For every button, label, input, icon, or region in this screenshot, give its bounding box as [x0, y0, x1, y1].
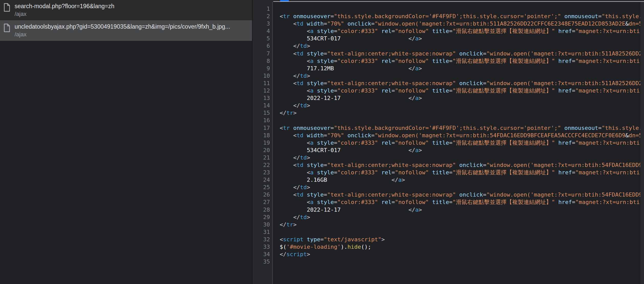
response-source-panel: 1234567891011121314151617181920212223242…	[253, 0, 644, 284]
code-line	[280, 5, 644, 13]
code-line: 2.16GB </a>	[280, 176, 644, 184]
code-line: </td>	[280, 102, 644, 109]
code-line: <td width="70%" onclick="window.open('ma…	[280, 132, 644, 139]
line-number-gutter: 1234567891011121314151617181920212223242…	[253, 2, 273, 284]
code-line: </td>	[280, 154, 644, 161]
code-line: $('#movie-loading').hide();	[280, 243, 644, 251]
line-number: 7	[253, 50, 270, 57]
line-number: 5	[253, 35, 270, 42]
code-line: <a style="color:#333" rel="nofollow" tit…	[280, 169, 644, 176]
tab-strip-remnant	[253, 0, 644, 2]
code-line: </tr>	[280, 109, 644, 117]
line-number: 13	[253, 94, 270, 102]
line-number: 11	[253, 79, 270, 87]
line-number: 17	[253, 124, 270, 132]
vertical-scrollbar[interactable]	[640, 2, 644, 284]
code-line	[280, 228, 644, 236]
line-number: 32	[253, 236, 270, 243]
line-number: 3	[253, 20, 270, 27]
line-number: 25	[253, 184, 270, 191]
response-editor: 1234567891011121314151617181920212223242…	[253, 2, 644, 284]
line-number: 18	[253, 132, 270, 139]
line-number: 21	[253, 154, 270, 161]
code-line: <tr onmouseover="this.style.backgroundCo…	[280, 124, 644, 132]
line-number: 24	[253, 176, 270, 184]
code-area[interactable]: <tr onmouseover="this.style.backgroundCo…	[273, 2, 644, 284]
code-line	[280, 258, 644, 265]
line-number: 29	[253, 213, 270, 221]
line-number: 9	[253, 65, 270, 72]
network-request-list-panel: search-modal.php?floor=196&lang=zh /ajax…	[0, 0, 253, 284]
code-line: 534CRT-017 </a>	[280, 35, 644, 42]
code-line: </td>	[280, 72, 644, 79]
code-line: <script type="text/javascript">	[280, 236, 644, 243]
active-tab-indicator	[280, 0, 289, 1]
line-number: 4	[253, 27, 270, 35]
code-line: <td style="text-align:center;white-space…	[280, 79, 644, 87]
line-number: 35	[253, 258, 270, 265]
code-line: <a style="color:#333" rel="nofollow" tit…	[280, 198, 644, 206]
line-number: 16	[253, 117, 270, 124]
line-number: 1	[253, 5, 270, 13]
request-path: /ajax	[15, 10, 249, 18]
request-row[interactable]: search-modal.php?floor=196&lang=zh /ajax	[0, 0, 252, 20]
line-number: 10	[253, 72, 270, 79]
devtools-window: search-modal.php?floor=196&lang=zh /ajax…	[0, 0, 644, 284]
code-line: </tr>	[280, 221, 644, 228]
code-line: </td>	[280, 184, 644, 191]
request-name: uncledatoolsbyajax.php?gid=53004919035&l…	[15, 22, 249, 31]
request-row[interactable]: uncledatoolsbyajax.php?gid=53004919035&l…	[0, 20, 252, 41]
code-line: </td>	[280, 213, 644, 221]
code-line: 717.12MB </a>	[280, 65, 644, 72]
line-number: 14	[253, 102, 270, 109]
code-line: <a style="color:#333" rel="nofollow" tit…	[280, 57, 644, 65]
line-number: 2	[253, 13, 270, 20]
line-number: 28	[253, 206, 270, 213]
line-number: 27	[253, 198, 270, 206]
request-name: search-modal.php?floor=196&lang=zh	[15, 2, 249, 10]
line-number: 31	[253, 228, 270, 236]
code-line: </script>	[280, 251, 644, 258]
code-line: <td style="text-align:center;white-space…	[280, 191, 644, 198]
line-number: 22	[253, 161, 270, 169]
code-line: <a style="color:#333" rel="nofollow" tit…	[280, 27, 644, 35]
code-line: <a style="color:#333" rel="nofollow" tit…	[280, 139, 644, 146]
code-line: </td>	[280, 42, 644, 50]
line-number: 26	[253, 191, 270, 198]
file-icon	[4, 22, 15, 41]
line-number: 15	[253, 109, 270, 117]
code-line	[280, 117, 644, 124]
file-icon	[4, 2, 15, 20]
line-number: 6	[253, 42, 270, 50]
code-line: 2022-12-17 </a>	[280, 206, 644, 213]
code-line: <td width="70%" onclick="window.open('ma…	[280, 20, 644, 27]
request-path: /ajax	[15, 31, 249, 38]
code-line: <a style="color:#333" rel="nofollow" tit…	[280, 87, 644, 94]
request-list: search-modal.php?floor=196&lang=zh /ajax…	[0, 0, 252, 41]
line-number: 33	[253, 243, 270, 251]
line-number: 19	[253, 139, 270, 146]
line-number: 30	[253, 221, 270, 228]
code-line: <td style="text-align:center;white-space…	[280, 161, 644, 169]
line-number: 20	[253, 146, 270, 154]
line-number: 12	[253, 87, 270, 94]
code-line: <td style="text-align:center;white-space…	[280, 50, 644, 57]
code-line: 2022-12-17 </a>	[280, 94, 644, 102]
line-number: 23	[253, 169, 270, 176]
line-number: 34	[253, 251, 270, 258]
code-line: <tr onmouseover="this.style.backgroundCo…	[280, 13, 644, 20]
line-number: 8	[253, 57, 270, 65]
code-line: 534CRT-017 </a>	[280, 146, 644, 154]
